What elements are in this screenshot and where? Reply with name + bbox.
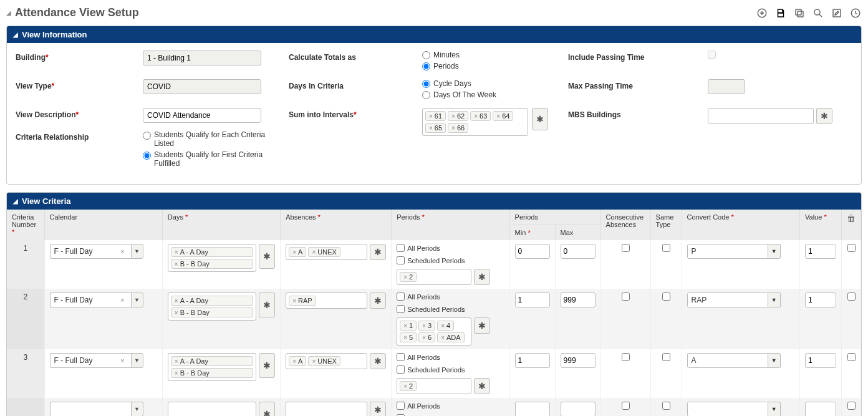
clear-icon[interactable]: × bbox=[118, 248, 127, 255]
absences-picker-button[interactable]: ✱ bbox=[370, 293, 386, 309]
all-periods-checkbox[interactable] bbox=[397, 353, 405, 361]
tag-remove-icon[interactable]: × bbox=[403, 334, 407, 341]
same-type-checkbox[interactable] bbox=[662, 402, 670, 410]
delete-row-checkbox[interactable] bbox=[847, 244, 856, 252]
tag-remove-icon[interactable]: × bbox=[175, 370, 178, 377]
delete-row-checkbox[interactable] bbox=[847, 402, 856, 410]
clock-icon[interactable] bbox=[849, 7, 862, 19]
absences-picker-button[interactable]: ✱ bbox=[370, 402, 386, 416]
absences-tags[interactable]: ×A×UNEX bbox=[286, 244, 367, 260]
calendar-select[interactable]: F - Full Day× bbox=[50, 244, 131, 259]
dropdown-button[interactable]: ▼ bbox=[768, 402, 781, 416]
dropdown-button[interactable]: ▼ bbox=[131, 293, 143, 307]
tag-remove-icon[interactable]: × bbox=[312, 358, 316, 365]
value-input[interactable] bbox=[805, 293, 836, 307]
clear-icon[interactable]: × bbox=[118, 296, 127, 304]
include-passing-checkbox[interactable] bbox=[708, 51, 716, 59]
tag-remove-icon[interactable]: × bbox=[312, 249, 316, 256]
copy-icon[interactable] bbox=[793, 7, 806, 19]
periods-picker-button[interactable]: ✱ bbox=[474, 378, 490, 394]
tag-remove-icon[interactable]: × bbox=[403, 274, 407, 281]
consecutive-checkbox[interactable] bbox=[622, 244, 630, 252]
periods-picker-button[interactable]: ✱ bbox=[474, 269, 490, 285]
days-tags[interactable]: ×A - A Day×B - B Day bbox=[168, 353, 256, 381]
scheduled-periods-checkbox[interactable] bbox=[397, 256, 405, 264]
search-icon[interactable] bbox=[812, 7, 824, 19]
tag-remove-icon[interactable]: × bbox=[422, 334, 426, 341]
tag-remove-icon[interactable]: × bbox=[403, 383, 407, 390]
tag-remove-icon[interactable]: × bbox=[451, 125, 455, 132]
tag-remove-icon[interactable]: × bbox=[175, 249, 178, 256]
radio-each-criteria[interactable] bbox=[143, 132, 151, 140]
radio-days-of-week[interactable] bbox=[422, 91, 430, 99]
convert-code-select[interactable]: RAP bbox=[687, 293, 768, 307]
delete-row-checkbox[interactable] bbox=[847, 353, 856, 361]
absences-picker-button[interactable]: ✱ bbox=[370, 244, 386, 260]
same-type-checkbox[interactable] bbox=[662, 293, 670, 301]
same-type-checkbox[interactable] bbox=[662, 244, 670, 252]
days-tags[interactable]: ×A - A Day×B - B Day bbox=[168, 244, 256, 272]
tag-remove-icon[interactable]: × bbox=[441, 322, 445, 329]
days-tags[interactable] bbox=[168, 402, 256, 416]
tag-remove-icon[interactable]: × bbox=[496, 113, 500, 120]
scheduled-periods-checkbox[interactable] bbox=[397, 305, 405, 313]
tag-remove-icon[interactable]: × bbox=[175, 358, 178, 365]
tag-remove-icon[interactable]: × bbox=[403, 322, 407, 329]
dropdown-button[interactable]: ▼ bbox=[131, 353, 143, 368]
tag-remove-icon[interactable]: × bbox=[441, 334, 445, 341]
all-periods-checkbox[interactable] bbox=[397, 293, 405, 301]
sum-intervals-picker-button[interactable]: ✱ bbox=[532, 108, 548, 130]
max-input[interactable] bbox=[561, 293, 596, 307]
value-input[interactable] bbox=[805, 402, 836, 416]
min-input[interactable] bbox=[515, 293, 550, 307]
tag-remove-icon[interactable]: × bbox=[175, 297, 178, 304]
days-tags[interactable]: ×A - A Day×B - B Day bbox=[168, 293, 256, 321]
page-collapse-caret[interactable]: ◢ bbox=[6, 9, 11, 16]
tag-remove-icon[interactable]: × bbox=[429, 125, 433, 132]
tag-remove-icon[interactable]: × bbox=[292, 297, 296, 304]
save-icon[interactable] bbox=[774, 7, 787, 19]
days-picker-button[interactable]: ✱ bbox=[259, 353, 275, 378]
tag-remove-icon[interactable]: × bbox=[429, 113, 433, 120]
tag-remove-icon[interactable]: × bbox=[422, 322, 426, 329]
max-input[interactable] bbox=[561, 402, 596, 416]
days-picker-button[interactable]: ✱ bbox=[259, 244, 275, 269]
period-tags[interactable]: ×2 bbox=[397, 378, 471, 394]
absences-tags[interactable] bbox=[286, 402, 367, 416]
dropdown-button[interactable]: ▼ bbox=[131, 402, 143, 416]
view-info-header[interactable]: ◢ View Information bbox=[7, 26, 861, 43]
days-picker-button[interactable]: ✱ bbox=[259, 402, 275, 416]
convert-code-select[interactable]: P bbox=[687, 244, 768, 259]
tag-remove-icon[interactable]: × bbox=[175, 309, 178, 316]
consecutive-checkbox[interactable] bbox=[622, 293, 630, 301]
add-icon[interactable] bbox=[756, 7, 768, 19]
min-input[interactable] bbox=[515, 353, 550, 368]
calendar-select[interactable]: F - Full Day× bbox=[50, 353, 131, 368]
trash-icon[interactable]: 🗑 bbox=[847, 213, 856, 223]
consecutive-checkbox[interactable] bbox=[622, 402, 630, 410]
view-description-input[interactable] bbox=[143, 108, 261, 123]
clear-icon[interactable]: × bbox=[118, 357, 127, 364]
max-input[interactable] bbox=[561, 353, 596, 368]
absences-tags[interactable]: ×RAP bbox=[286, 293, 367, 309]
dropdown-button[interactable]: ▼ bbox=[768, 293, 781, 307]
view-criteria-header[interactable]: ◢ View Criteria bbox=[7, 193, 861, 210]
mbs-picker-button[interactable]: ✱ bbox=[816, 108, 832, 124]
delete-row-checkbox[interactable] bbox=[847, 293, 856, 301]
tag-remove-icon[interactable]: × bbox=[292, 249, 296, 256]
min-input[interactable] bbox=[515, 244, 550, 259]
convert-code-select[interactable] bbox=[687, 402, 768, 416]
tag-remove-icon[interactable]: × bbox=[292, 358, 296, 365]
all-periods-checkbox[interactable] bbox=[397, 402, 405, 410]
radio-cycle-days[interactable] bbox=[422, 80, 430, 88]
tag-remove-icon[interactable]: × bbox=[175, 261, 178, 268]
edit-icon[interactable] bbox=[831, 7, 843, 19]
absences-tags[interactable]: ×A×UNEX bbox=[286, 353, 367, 369]
mbs-buildings-tags[interactable] bbox=[708, 108, 814, 124]
radio-periods[interactable] bbox=[422, 62, 430, 70]
radio-minutes[interactable] bbox=[422, 51, 430, 59]
days-picker-button[interactable]: ✱ bbox=[259, 293, 275, 317]
period-tags[interactable]: ×1×3×4×5×6×ADA bbox=[397, 317, 471, 346]
all-periods-checkbox[interactable] bbox=[397, 244, 405, 252]
convert-code-select[interactable]: A bbox=[687, 353, 768, 368]
